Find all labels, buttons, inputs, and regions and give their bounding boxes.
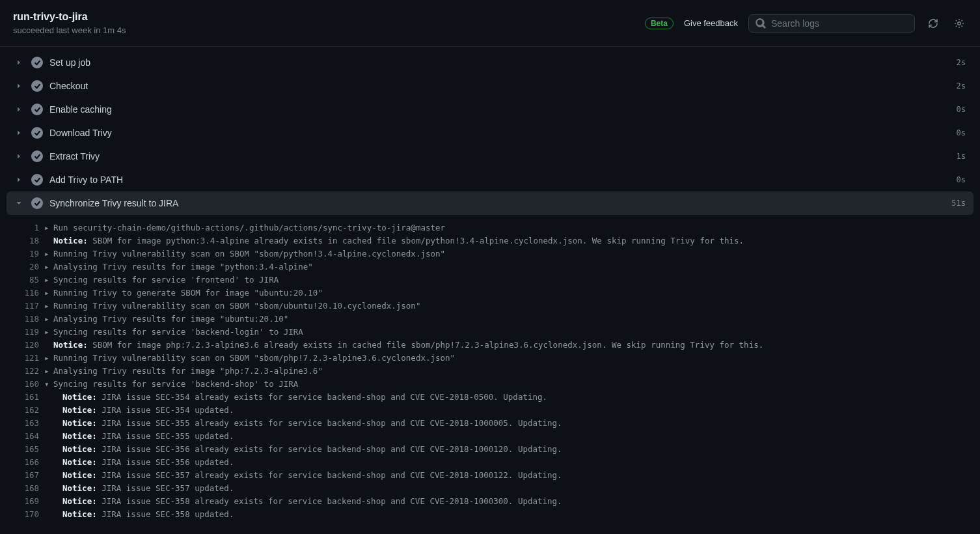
log-line: 120Notice: SBOM for image php:7.2.3-alpi… xyxy=(0,339,980,352)
line-number: 120 xyxy=(10,339,39,352)
step-row[interactable]: Synchronize Trivy result to JIRA51s xyxy=(7,191,973,215)
log-message: JIRA issue SEC-357 already exists for se… xyxy=(97,470,562,480)
notice-label: Notice: xyxy=(53,340,88,350)
triangle-right-icon[interactable]: ▸ xyxy=(44,313,53,326)
step-left: Download Trivy xyxy=(14,127,112,139)
triangle-right-icon[interactable]: ▸ xyxy=(44,287,53,300)
step-title: Synchronize Trivy result to JIRA xyxy=(49,198,178,208)
chevron-right-icon xyxy=(14,128,25,137)
triangle-right-icon[interactable]: ▸ xyxy=(44,260,53,274)
search-input[interactable] xyxy=(771,18,908,29)
step-row[interactable]: Checkout2s xyxy=(7,74,973,98)
chevron-down-icon xyxy=(14,199,25,208)
rerun-button[interactable] xyxy=(925,16,941,31)
header-right: Beta Give feedback xyxy=(645,14,967,33)
log-text: Analysing Trivy results for image "php:7… xyxy=(53,365,323,378)
log-line: 1▸Run security-chain-demo/github-actions… xyxy=(0,221,980,234)
triangle-right-icon[interactable]: ▸ xyxy=(44,326,53,339)
log-message: JIRA issue SEC-358 already exists for se… xyxy=(97,496,562,506)
chevron-right-icon xyxy=(14,175,25,184)
triangle-right-icon[interactable]: ▸ xyxy=(44,300,53,313)
notice-label: Notice: xyxy=(62,496,97,506)
log-message: JIRA issue SEC-356 already exists for se… xyxy=(97,444,562,454)
line-number: 85 xyxy=(10,274,39,287)
log-text: Syncing results for service 'frontend' t… xyxy=(53,274,279,287)
triangle-right-icon[interactable]: ▸ xyxy=(44,221,53,234)
log-message: JIRA issue SEC-354 updated. xyxy=(97,405,234,415)
search-icon xyxy=(755,18,766,29)
log-message: JIRA issue SEC-355 already exists for se… xyxy=(97,418,562,428)
log-text: Notice: JIRA issue SEC-358 already exist… xyxy=(62,495,562,508)
line-number: 122 xyxy=(10,365,39,378)
step-left: Add Trivy to PATH xyxy=(14,174,123,186)
check-circle-icon xyxy=(31,150,43,162)
triangle-right-icon[interactable]: ▸ xyxy=(44,365,53,378)
line-number: 169 xyxy=(10,495,39,508)
log-text: Notice: JIRA issue SEC-357 already exist… xyxy=(62,469,562,482)
chevron-right-icon xyxy=(14,81,25,91)
step-row[interactable]: Extract Trivy1s xyxy=(7,145,973,168)
notice-label: Notice: xyxy=(62,509,97,519)
step-row[interactable]: Enable caching0s xyxy=(7,98,973,121)
step-row[interactable]: Download Trivy0s xyxy=(7,121,973,145)
log-message: JIRA issue SEC-356 updated. xyxy=(97,457,234,467)
step-title: Extract Trivy xyxy=(49,151,100,162)
step-duration: 2s xyxy=(957,58,966,67)
log-text: Running Trivy vulnerability scan on SBOM… xyxy=(53,300,420,313)
log-line: 85▸Syncing results for service 'frontend… xyxy=(0,274,980,287)
step-left: Checkout xyxy=(14,80,88,92)
line-number: 160 xyxy=(10,378,39,391)
log-text: Running Trivy vulnerability scan on SBOM… xyxy=(53,352,455,365)
step-row[interactable]: Add Trivy to PATH0s xyxy=(7,168,973,191)
search-logs-box[interactable] xyxy=(748,14,915,33)
triangle-right-icon[interactable]: ▸ xyxy=(44,274,53,287)
notice-label: Notice: xyxy=(62,483,97,493)
check-circle-icon xyxy=(31,80,43,92)
log-line: 19▸Running Trivy vulnerability scan on S… xyxy=(0,247,980,260)
log-text: Analysing Trivy results for image "pytho… xyxy=(53,260,313,274)
log-text: Run security-chain-demo/github-actions/.… xyxy=(53,221,445,234)
step-title: Set up job xyxy=(49,57,90,68)
check-circle-icon xyxy=(31,104,43,115)
line-number: 116 xyxy=(10,287,39,300)
step-duration: 0s xyxy=(957,128,966,137)
give-feedback-link[interactable]: Give feedback xyxy=(684,18,738,28)
line-number: 170 xyxy=(10,508,39,521)
log-message: SBOM for image python:3.4-alpine already… xyxy=(88,236,744,246)
notice-label: Notice: xyxy=(62,470,97,480)
log-line: 170Notice: JIRA issue SEC-358 updated. xyxy=(0,508,980,521)
line-number: 161 xyxy=(10,391,39,404)
log-line: 160▾Syncing results for service 'backend… xyxy=(0,378,980,391)
step-duration: 51s xyxy=(951,199,966,208)
log-text: Analysing Trivy results for image "ubunt… xyxy=(53,313,288,326)
settings-button[interactable] xyxy=(951,16,967,31)
page-subtitle: succeeded last week in 1m 4s xyxy=(13,25,126,35)
line-number: 163 xyxy=(10,417,39,430)
line-number: 168 xyxy=(10,482,39,495)
page-title: run-trivy-to-jira xyxy=(13,11,126,23)
notice-label: Notice: xyxy=(62,457,97,467)
check-circle-icon xyxy=(31,57,43,68)
log-line: 116▸Running Trivy to generate SBOM for i… xyxy=(0,287,980,300)
notice-label: Notice: xyxy=(62,444,97,454)
log-line: 18Notice: SBOM for image python:3.4-alpi… xyxy=(0,234,980,247)
log-message: SBOM for image php:7.2.3-alpine3.6 alrea… xyxy=(88,340,764,350)
notice-label: Notice: xyxy=(62,418,97,428)
step-duration: 2s xyxy=(957,81,966,91)
triangle-down-icon[interactable]: ▾ xyxy=(44,378,53,391)
header-left: run-trivy-to-jira succeeded last week in… xyxy=(13,11,126,35)
line-number: 164 xyxy=(10,430,39,443)
step-duration: 0s xyxy=(957,175,966,184)
log-line: 169Notice: JIRA issue SEC-358 already ex… xyxy=(0,495,980,508)
log-line: 20▸Analysing Trivy results for image "py… xyxy=(0,260,980,274)
triangle-right-icon[interactable]: ▸ xyxy=(44,352,53,365)
gear-icon xyxy=(954,18,964,29)
log-text: Syncing results for service 'backend-sho… xyxy=(53,378,298,391)
log-line: 121▸Running Trivy vulnerability scan on … xyxy=(0,352,980,365)
step-row[interactable]: Set up job2s xyxy=(7,51,973,74)
log-text: Notice: JIRA issue SEC-358 updated. xyxy=(62,508,234,521)
triangle-right-icon[interactable]: ▸ xyxy=(44,247,53,260)
log-line: 117▸Running Trivy vulnerability scan on … xyxy=(0,300,980,313)
log-text: Running Trivy to generate SBOM for image… xyxy=(53,287,323,300)
log-text: Notice: JIRA issue SEC-356 already exist… xyxy=(62,443,562,456)
